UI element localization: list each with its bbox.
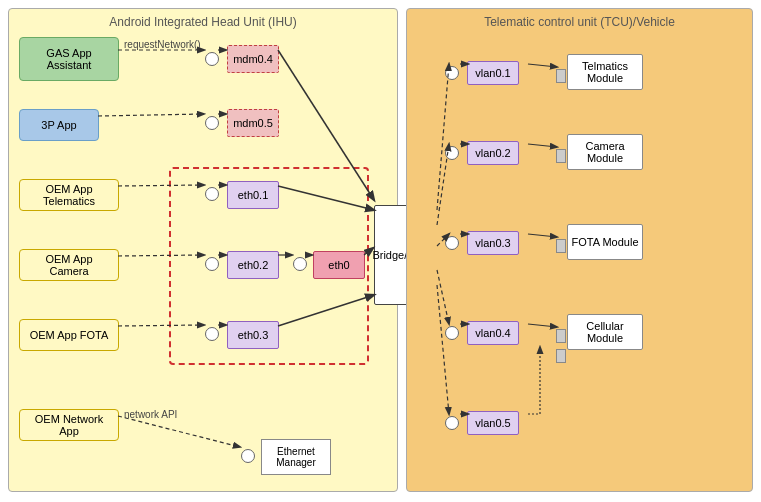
connector-telmatics xyxy=(556,69,566,83)
oem-telematics-label: OEM App Telematics xyxy=(26,183,112,207)
vlan02-label: vlan0.2 xyxy=(475,147,510,159)
eth03-label: eth0.3 xyxy=(238,329,269,341)
circle-eth-mgr xyxy=(241,449,255,463)
connector-camera xyxy=(556,149,566,163)
circle-eth02-left xyxy=(205,257,219,271)
3p-app-label: 3P App xyxy=(41,119,76,131)
eth02-label: eth0.2 xyxy=(238,259,269,271)
oem-telematics-box: OEM App Telematics xyxy=(19,179,119,211)
oem-camera-label: OEM App Camera xyxy=(26,253,112,277)
vlan04-box: vlan0.4 xyxy=(467,321,519,345)
vlan01-label: vlan0.1 xyxy=(475,67,510,79)
oem-network-label: OEM Network App xyxy=(26,413,112,437)
tcu-panel: Telematic control unit (TCU)/Vehicle vla… xyxy=(406,8,753,492)
main-container: Android Integrated Head Unit (IHU) GAS A… xyxy=(0,0,761,502)
vlan03-box: vlan0.3 xyxy=(467,231,519,255)
circle-eth0-left xyxy=(293,257,307,271)
oem-camera-box: OEM App Camera xyxy=(19,249,119,281)
connector-fota xyxy=(556,239,566,253)
eth-manager-box: Ethernet Manager xyxy=(261,439,331,475)
request-network-label: requestNetwork() xyxy=(124,39,201,50)
oem-fota-label: OEM App FOTA xyxy=(30,329,109,341)
mdm05-label: mdm0.5 xyxy=(233,117,273,129)
telmatics-module-label: Telmatics Module xyxy=(568,60,642,84)
vlan03-label: vlan0.3 xyxy=(475,237,510,249)
tcu-circle-vlan05 xyxy=(445,416,459,430)
ihu-panel: Android Integrated Head Unit (IHU) GAS A… xyxy=(8,8,398,492)
tcu-circle-vlan02 xyxy=(445,146,459,160)
circle-eth03-left xyxy=(205,327,219,341)
vlan04-label: vlan0.4 xyxy=(475,327,510,339)
eth0-label: eth0 xyxy=(328,259,349,271)
vlan01-box: vlan0.1 xyxy=(467,61,519,85)
tcu-circle-vlan01 xyxy=(445,66,459,80)
circle-eth01-left xyxy=(205,187,219,201)
eth03-box: eth0.3 xyxy=(227,321,279,349)
circle-mdm05-left xyxy=(205,116,219,130)
vlan05-label: vlan0.5 xyxy=(475,417,510,429)
vlan05-box: vlan0.5 xyxy=(467,411,519,435)
cellular-module-label: Cellular Module xyxy=(568,320,642,344)
telmatics-module-box: Telmatics Module xyxy=(567,54,643,90)
vlan02-box: vlan0.2 xyxy=(467,141,519,165)
eth-manager-label: Ethernet Manager xyxy=(262,446,330,468)
gas-app-box: GAS App Assistant xyxy=(19,37,119,81)
tcu-circle-vlan03 xyxy=(445,236,459,250)
eth02-box: eth0.2 xyxy=(227,251,279,279)
mdm04-box: mdm0.4 xyxy=(227,45,279,73)
eth01-box: eth0.1 xyxy=(227,181,279,209)
tcu-title: Telematic control unit (TCU)/Vehicle xyxy=(484,15,675,29)
camera-module-box: Camera Module xyxy=(567,134,643,170)
eth0-box: eth0 xyxy=(313,251,365,279)
3p-app-box: 3P App xyxy=(19,109,99,141)
tcu-circle-vlan04 xyxy=(445,326,459,340)
oem-fota-box: OEM App FOTA xyxy=(19,319,119,351)
eth01-label: eth0.1 xyxy=(238,189,269,201)
oem-network-box: OEM Network App xyxy=(19,409,119,441)
gas-app-label: GAS App Assistant xyxy=(26,47,112,71)
network-api-label: network API xyxy=(124,409,177,420)
fota-module-label: FOTA Module xyxy=(571,236,638,248)
mdm05-box: mdm0.5 xyxy=(227,109,279,137)
connector-cellular-top xyxy=(556,329,566,343)
connector-cellular-bot xyxy=(556,349,566,363)
circle-mdm04-left xyxy=(205,52,219,66)
fota-module-box: FOTA Module xyxy=(567,224,643,260)
ihu-title: Android Integrated Head Unit (IHU) xyxy=(109,15,296,29)
cellular-module-box: Cellular Module xyxy=(567,314,643,350)
camera-module-label: Camera Module xyxy=(568,140,642,164)
mdm04-label: mdm0.4 xyxy=(233,53,273,65)
